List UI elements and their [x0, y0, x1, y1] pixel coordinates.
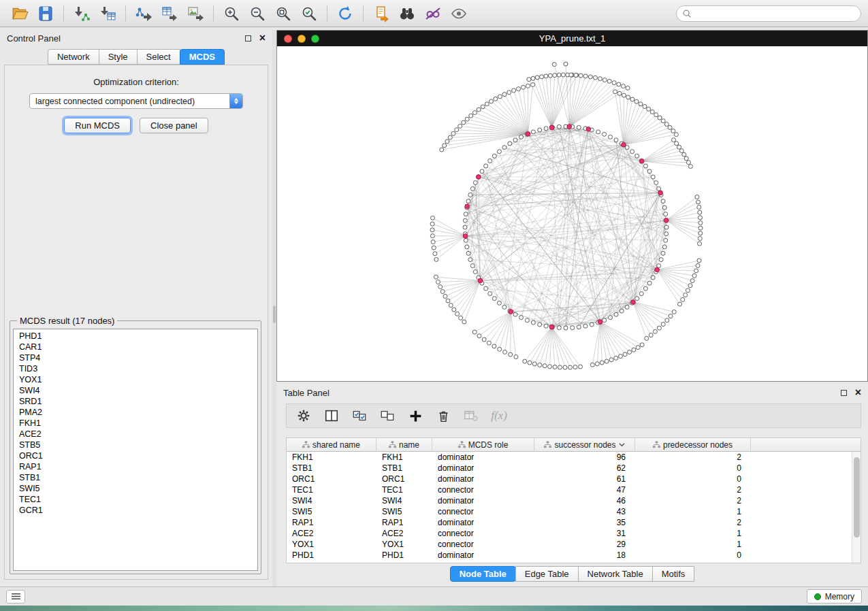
- zoom-out-button[interactable]: [244, 3, 270, 24]
- column-header-predecessor-nodes[interactable]: predecessor nodes: [635, 438, 751, 452]
- splitter-handle[interactable]: [273, 306, 276, 323]
- table-row[interactable]: YOX1YOX1connector291: [287, 539, 861, 550]
- close-window-button[interactable]: [284, 35, 292, 43]
- search-network-button[interactable]: [394, 3, 420, 24]
- export-table-icon: [161, 5, 178, 22]
- global-search-field[interactable]: [676, 5, 861, 22]
- table-tab-node-table[interactable]: Node Table: [450, 566, 516, 582]
- zoom-in-icon: [223, 5, 240, 22]
- close-panel-button[interactable]: Close panel: [140, 118, 208, 133]
- zoom-in-button[interactable]: [219, 3, 244, 24]
- tab-style[interactable]: Style: [99, 49, 138, 65]
- deselect-all-button[interactable]: [379, 408, 396, 424]
- table-row[interactable]: STB1STB1dominator620: [287, 463, 861, 474]
- maximize-window-button[interactable]: [311, 35, 319, 43]
- table-row[interactable]: ORC1ORC1dominator610: [287, 474, 861, 484]
- toolbar-separator: [363, 5, 364, 22]
- export-image-button[interactable]: [182, 3, 208, 24]
- tab-network[interactable]: Network: [48, 49, 99, 65]
- mcds-result-item[interactable]: STP4: [19, 352, 252, 363]
- select-all-button[interactable]: [351, 408, 368, 424]
- mcds-result-item[interactable]: PMA2: [19, 407, 252, 418]
- mcds-result-item[interactable]: PHD1: [19, 331, 252, 342]
- clone-network-button[interactable]: [368, 3, 394, 24]
- hide-graphics-details-button[interactable]: [420, 3, 446, 24]
- run-mcds-button[interactable]: Run MCDS: [64, 118, 131, 133]
- delete-column-button[interactable]: [435, 408, 451, 424]
- mcds-result-item[interactable]: TEC1: [19, 494, 252, 505]
- import-network-button[interactable]: [69, 3, 95, 24]
- mcds-result-item[interactable]: ORC1: [19, 450, 252, 461]
- mcds-result-item[interactable]: FKH1: [19, 418, 252, 429]
- mcds-result-item[interactable]: ACE2: [19, 429, 252, 440]
- network-window-titlebar[interactable]: YPA_prune.txt_1: [277, 31, 867, 46]
- close-panel-icon[interactable]: ×: [259, 34, 266, 42]
- refresh-view-button[interactable]: [332, 3, 358, 24]
- zoom-out-icon: [248, 5, 266, 22]
- export-table-button[interactable]: [157, 3, 182, 24]
- zoom-fit-button[interactable]: [270, 3, 296, 24]
- table-row[interactable]: FKH1FKH1dominator962: [287, 452, 861, 463]
- add-column-button[interactable]: [407, 408, 423, 424]
- table-cell: 29: [534, 539, 635, 550]
- table-cell: 2: [635, 484, 751, 495]
- mcds-result-item[interactable]: GCR1: [19, 505, 252, 516]
- mcds-result-item[interactable]: CAR1: [19, 342, 252, 352]
- column-sort-icon: [302, 441, 310, 448]
- table-row[interactable]: TEC1TEC1connector472: [287, 484, 861, 495]
- network-canvas[interactable]: [277, 46, 867, 381]
- criterion-stepper[interactable]: [229, 94, 242, 108]
- mcds-result-list[interactable]: PHD1CAR1STP4TID3YOX1SWI4SRD1PMA2FKH1ACE2…: [13, 329, 258, 571]
- mcds-result-item[interactable]: STB1: [19, 472, 252, 483]
- criterion-select[interactable]: largest connected component (undirected): [29, 93, 243, 109]
- open-session-button[interactable]: [7, 3, 33, 24]
- table-row[interactable]: SWI4SWI4dominator462: [287, 495, 861, 506]
- mcds-result-item[interactable]: SRD1: [19, 396, 252, 407]
- scrollbar-thumb[interactable]: [854, 457, 860, 538]
- import-table-button[interactable]: [95, 3, 120, 24]
- zoom-selected-button[interactable]: [296, 3, 322, 24]
- ring-nodes[interactable]: [463, 125, 669, 330]
- table-tab-network-table[interactable]: Network Table: [578, 566, 653, 582]
- table-settings-button[interactable]: [295, 408, 312, 424]
- float-table-panel-icon[interactable]: [841, 390, 847, 396]
- mcds-result-item[interactable]: TID3: [19, 363, 252, 374]
- network-graph[interactable]: [277, 46, 867, 381]
- minimize-window-button[interactable]: [298, 35, 306, 43]
- table-row[interactable]: ACE2ACE2connector311: [287, 528, 861, 539]
- save-session-button[interactable]: [33, 3, 59, 24]
- table-cell-filler: [751, 539, 861, 550]
- column-header-shared-name[interactable]: shared name: [287, 438, 376, 452]
- tab-select[interactable]: Select: [137, 49, 180, 65]
- column-visibility-button[interactable]: [323, 408, 340, 424]
- table-cell: 62: [534, 463, 635, 474]
- mcds-result-item[interactable]: SWI4: [19, 385, 252, 396]
- mcds-result-item[interactable]: SWI5: [19, 483, 252, 494]
- export-network-button[interactable]: [131, 3, 157, 24]
- column-header-MCDS-role[interactable]: MCDS role: [432, 438, 534, 452]
- table-row[interactable]: RAP1RAP1dominator352: [287, 517, 861, 528]
- memory-button[interactable]: Memory: [807, 589, 862, 604]
- table-scrollbar[interactable]: [852, 452, 861, 563]
- mcds-result-item[interactable]: YOX1: [19, 374, 252, 385]
- mcds-result-item[interactable]: STB5: [19, 440, 252, 450]
- mcds-result-item[interactable]: RAP1: [19, 461, 252, 472]
- table-cell: 46: [534, 495, 635, 506]
- column-header-successor-nodes[interactable]: successor nodes: [534, 438, 635, 452]
- toolbar-separator: [63, 5, 64, 22]
- table-cell: dominator: [432, 474, 534, 484]
- search-input[interactable]: [695, 9, 855, 18]
- table-cell: PHD1: [376, 550, 432, 561]
- table-cell: 1: [635, 528, 751, 539]
- column-header-name[interactable]: name: [376, 438, 432, 452]
- table-row[interactable]: PHD1PHD1dominator180: [287, 550, 861, 561]
- show-graphics-details-button[interactable]: [446, 3, 472, 24]
- table-cell: connector: [432, 528, 534, 539]
- close-table-panel-icon[interactable]: ×: [855, 389, 861, 397]
- table-row[interactable]: SWI5SWI5connector431: [287, 506, 861, 517]
- table-tab-motifs[interactable]: Motifs: [652, 566, 695, 582]
- task-history-button[interactable]: [6, 590, 25, 604]
- table-tab-edge-table[interactable]: Edge Table: [515, 566, 579, 582]
- tab-mcds[interactable]: MCDS: [180, 49, 225, 65]
- float-panel-icon[interactable]: [245, 35, 251, 42]
